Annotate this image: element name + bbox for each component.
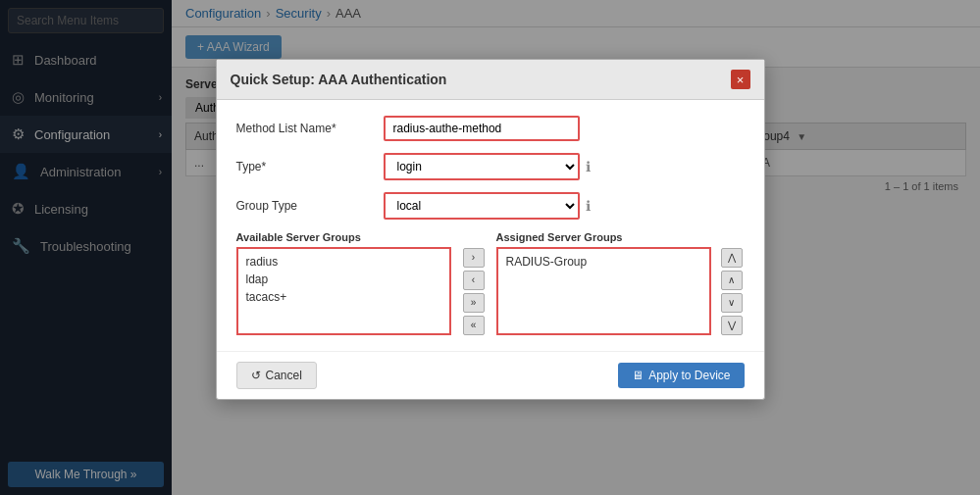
move-right-button[interactable]: › [463,248,485,268]
assigned-server-groups-panel: Assigned Server Groups RADIUS-Group [496,231,711,335]
assigned-server-groups-list[interactable]: RADIUS-Group [496,247,711,335]
method-list-name-input[interactable] [384,116,580,141]
group-type-control: local radius ldap tacacs+ ℹ [384,192,745,220]
cancel-icon: ↺ [251,369,261,382]
method-list-name-row: Method List Name* [236,116,745,141]
dialog-title: Quick Setup: AAA Authentication [231,72,447,87]
group-type-row: Group Type local radius ldap tacacs+ ℹ [236,192,745,220]
apply-icon: 🖥 [632,369,644,382]
list-item[interactable]: tacacs+ [242,288,445,306]
cancel-button[interactable]: ↺ Cancel [236,362,317,389]
cancel-label: Cancel [266,369,302,382]
assigned-server-groups-label: Assigned Server Groups [496,231,711,243]
move-bottom-button[interactable]: ⋁ [721,316,743,335]
type-row: Type* login enable ppp ℹ [236,153,745,180]
move-all-right-button[interactable]: » [463,293,485,313]
available-server-groups-label: Available Server Groups [236,231,451,243]
group-type-info-icon[interactable]: ℹ [586,198,591,214]
apply-label: Apply to Device [648,369,730,382]
method-list-name-label: Method List Name* [236,122,384,135]
transfer-buttons: › ‹ » « [459,247,489,335]
move-all-left-button[interactable]: « [463,316,485,335]
available-server-groups-panel: Available Server Groups radius ldap taca… [236,231,451,335]
server-groups-transfer-row: Available Server Groups radius ldap taca… [236,231,745,335]
type-info-icon[interactable]: ℹ [586,159,591,174]
move-left-button[interactable]: ‹ [463,271,485,290]
dialog-body: Method List Name* Type* login enable ppp… [217,100,764,351]
list-item[interactable]: radius [242,253,445,271]
move-top-button[interactable]: ⋀ [721,248,743,268]
list-item[interactable]: RADIUS-Group [502,253,705,271]
type-select[interactable]: login enable ppp [384,153,580,180]
group-type-select[interactable]: local radius ldap tacacs+ [384,192,580,220]
dialog-close-button[interactable]: × [731,70,750,89]
dialog-footer: ↺ Cancel 🖥 Apply to Device [217,351,764,399]
type-label: Type* [236,160,384,173]
list-item[interactable]: ldap [242,271,445,288]
group-type-label: Group Type [236,199,384,213]
order-buttons: ⋀ ∧ ∨ ⋁ [719,247,745,335]
type-control: login enable ppp ℹ [384,153,745,180]
apply-to-device-button[interactable]: 🖥 Apply to Device [618,363,744,388]
move-up-button[interactable]: ∧ [721,271,743,290]
quick-setup-dialog: Quick Setup: AAA Authentication × Method… [216,59,765,400]
modal-overlay: Quick Setup: AAA Authentication × Method… [0,0,980,495]
method-list-name-control [384,116,745,141]
dialog-header: Quick Setup: AAA Authentication × [217,60,764,100]
move-down-button[interactable]: ∨ [721,293,743,313]
available-server-groups-list[interactable]: radius ldap tacacs+ [236,247,451,335]
